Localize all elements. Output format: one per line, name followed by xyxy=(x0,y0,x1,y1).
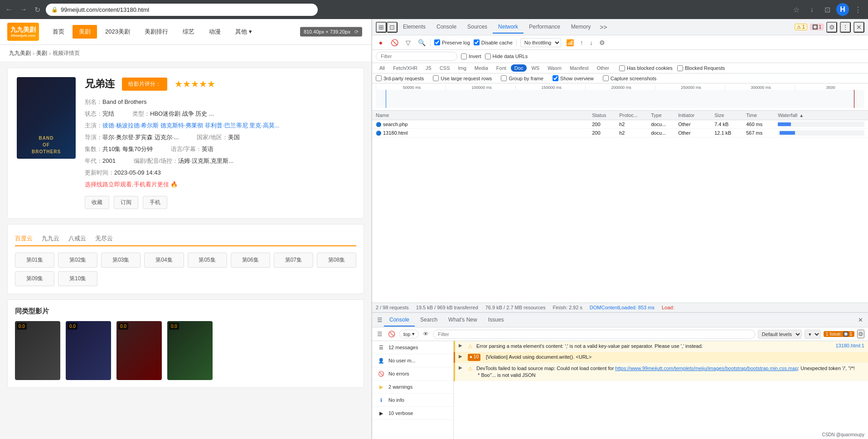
dt-tab-elements[interactable]: Elements xyxy=(398,21,431,34)
log-level-select[interactable]: Default levels Verbose Info xyxy=(758,330,802,339)
clear-button[interactable]: 🚫 xyxy=(389,38,399,48)
capture-screenshots-checkbox[interactable]: Capture screenshots xyxy=(603,75,657,81)
nav-home[interactable]: 首页 xyxy=(46,25,71,39)
type-other[interactable]: Other xyxy=(593,64,613,72)
table-row-2[interactable]: 🔵 13180.html 200 h2 docu... Other 12.1 k… xyxy=(372,129,868,137)
filter-input[interactable] xyxy=(376,52,457,61)
similar-item-3[interactable]: 0.0 xyxy=(116,321,162,380)
ep-07[interactable]: 第07集 xyxy=(274,253,313,268)
nav-ranking[interactable]: 美剧排行 xyxy=(138,25,175,39)
forward-button[interactable]: → xyxy=(18,4,29,15)
type-wasm[interactable]: Wasm xyxy=(544,64,565,72)
disable-cache-checkbox[interactable]: Disable cache xyxy=(474,39,513,45)
capture-screenshots-input[interactable] xyxy=(603,75,609,81)
search-button[interactable]: 🔍 xyxy=(417,38,427,48)
cs-sidebar-warnings[interactable]: ▶ 2 warnings xyxy=(372,380,453,394)
preserve-log-input[interactable] xyxy=(434,39,440,45)
console-sidebar-toggle[interactable]: ☰ xyxy=(376,315,384,325)
table-row-1[interactable]: 🔵 search.php 200 h2 docu... Other 7.4 kB… xyxy=(372,120,868,129)
type-ws[interactable]: WS xyxy=(528,64,543,72)
dt-tab-console[interactable]: Console xyxy=(431,21,462,34)
ep-03[interactable]: 第03集 xyxy=(101,253,141,268)
type-img[interactable]: Img xyxy=(455,64,470,72)
window-button[interactable]: ⊡ xyxy=(821,3,834,16)
cs-tab-whatsnew[interactable]: What's New xyxy=(443,314,483,327)
subscribe-button[interactable]: 订阅 xyxy=(114,196,138,209)
cs-sidebar-no-user[interactable]: 👤 No user m... xyxy=(372,354,453,367)
cs-sidebar-no-errors[interactable]: 🚫 No errors xyxy=(372,367,453,380)
ep-04[interactable]: 第04集 xyxy=(144,253,184,268)
type-manifest[interactable]: Manifest xyxy=(566,64,592,72)
ep-tab-baidu[interactable]: 百度云 xyxy=(15,232,33,246)
ep-02[interactable]: 第02集 xyxy=(58,253,97,268)
ep-06[interactable]: 第06集 xyxy=(231,253,270,268)
console-settings-btn[interactable]: ⚙ xyxy=(857,330,864,338)
nav-other[interactable]: 其他 ▾ xyxy=(229,25,258,39)
address-bar[interactable]: 🔒 99meijutt.com/content/13180.html xyxy=(46,4,318,16)
reload-button[interactable]: ↻ xyxy=(33,4,42,16)
nav-variety[interactable]: 综艺 xyxy=(176,25,201,39)
download-icon-button[interactable]: ↓ xyxy=(588,38,594,48)
type-media[interactable]: Media xyxy=(471,64,492,72)
cs-sidebar-verbose[interactable]: ▶ 10 verbose xyxy=(372,407,453,420)
dt-tab-sources[interactable]: Sources xyxy=(462,21,493,34)
filter-toggle-button[interactable]: ▽ xyxy=(403,38,413,48)
type-all[interactable]: All xyxy=(376,64,388,72)
console-filter-input[interactable] xyxy=(433,330,755,339)
hide-data-urls-checkbox[interactable]: Hide data URLs xyxy=(485,54,528,59)
nav-2023[interactable]: 2023美剧 xyxy=(99,25,136,39)
ep-tab-jiujiu[interactable]: 九九云 xyxy=(42,232,59,246)
show-overview-checkbox[interactable]: Show overview xyxy=(553,75,594,81)
show-overview-input[interactable] xyxy=(553,75,558,81)
site-logo[interactable]: 九九美剧 99meijutt.com xyxy=(7,23,39,41)
cs-tab-issues[interactable]: Issues xyxy=(483,314,509,327)
dt-tab-memory[interactable]: Memory xyxy=(566,21,596,34)
expand-3[interactable]: ▶ xyxy=(459,365,462,379)
preserve-log-checkbox[interactable]: Preserve log xyxy=(434,39,470,45)
dt-toggle-button[interactable]: ⊞ xyxy=(376,22,387,33)
dt-close-button[interactable]: ✕ xyxy=(853,22,864,33)
dt-settings-button[interactable]: ⚙ xyxy=(826,22,837,33)
similar-item-1[interactable]: 0.0 xyxy=(15,321,60,380)
large-rows-checkbox[interactable]: Use large request rows xyxy=(433,75,492,81)
cs-tab-console[interactable]: Console xyxy=(384,314,415,327)
ep-10[interactable]: 第10集 xyxy=(58,271,97,286)
log-location-1[interactable]: 13180.html:1 xyxy=(835,343,864,350)
ep-tab-bajie[interactable]: 八戒云 xyxy=(68,232,86,246)
download-button[interactable]: ↓ xyxy=(805,3,818,16)
group-by-frame-input[interactable] xyxy=(501,75,507,81)
error-badge[interactable]: 🔲 1 xyxy=(810,24,824,30)
wifi-icon-button[interactable]: 📶 xyxy=(565,38,575,48)
group-by-frame-checkbox[interactable]: Group by frame xyxy=(501,75,543,81)
record-button[interactable]: ● xyxy=(376,38,386,48)
hide-data-urls-input[interactable] xyxy=(485,54,491,59)
console-clear-btn[interactable]: 🚫 xyxy=(387,329,397,339)
ep-01[interactable]: 第01集 xyxy=(15,253,54,268)
blocked-cookies-input[interactable] xyxy=(619,65,625,71)
third-party-checkbox[interactable]: 3rd-party requests xyxy=(376,75,424,81)
dt-tab-performance[interactable]: Performance xyxy=(524,21,566,34)
cs-sidebar-no-info[interactable]: ℹ No info xyxy=(372,394,453,407)
console-toggle-sidebar-btn[interactable]: ☰ xyxy=(376,329,384,339)
ep-tab-wujin[interactable]: 无尽云 xyxy=(95,232,113,246)
ep-09[interactable]: 第09集 xyxy=(15,271,54,286)
back-button[interactable]: ← xyxy=(4,4,15,15)
menu-button[interactable]: ⋮ xyxy=(852,3,864,16)
similar-item-4[interactable]: 0.0 xyxy=(167,321,213,380)
profile-button[interactable]: H xyxy=(836,3,849,16)
disable-cache-input[interactable] xyxy=(474,39,480,45)
console-close-button[interactable]: ✕ xyxy=(857,315,864,325)
warning-badge[interactable]: ⚠ 1 xyxy=(795,24,807,30)
third-party-input[interactable] xyxy=(376,75,382,81)
collect-button[interactable]: 收藏 xyxy=(85,196,109,209)
nav-meiju[interactable]: 美剧 xyxy=(73,25,97,39)
type-doc[interactable]: Doc xyxy=(511,64,527,72)
issue-badge[interactable]: 1 Issue: 🔲 1 xyxy=(824,331,854,337)
blocked-cookies-checkbox[interactable]: Has blocked cookies xyxy=(619,65,673,71)
network-settings-button[interactable]: ⚙ xyxy=(598,38,606,48)
bookmark-button[interactable]: ☆ xyxy=(790,3,803,16)
nav-anime[interactable]: 动漫 xyxy=(203,25,227,39)
ep-05[interactable]: 第05集 xyxy=(188,253,227,268)
type-js[interactable]: JS xyxy=(422,64,435,72)
select-link[interactable]: 选择线路立即观看,手机看片更佳 🔥 xyxy=(85,181,178,188)
